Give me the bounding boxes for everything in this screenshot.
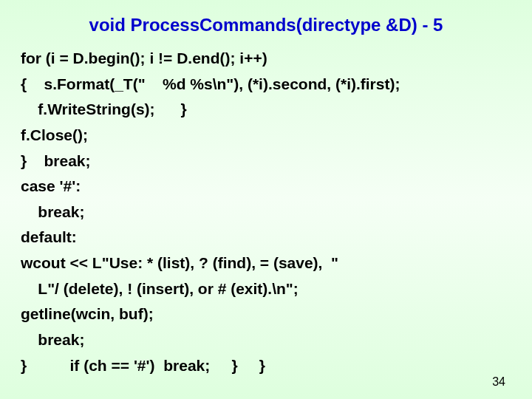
code-line: getline(wcin, buf);	[21, 301, 511, 327]
code-line: } if (ch == '#') break; } }	[21, 353, 511, 379]
page-number: 34	[492, 375, 505, 389]
code-line: f.Close();	[21, 123, 511, 149]
code-line: { s.Format(_T(" %d %s\n"), (*i).second, …	[21, 72, 511, 98]
code-line: L"/ (delete), ! (insert), or # (exit).\n…	[21, 276, 511, 302]
code-line: wcout << L"Use: * (list), ? (find), = (s…	[21, 250, 511, 276]
code-line: break;	[21, 327, 511, 353]
code-line: case '#':	[21, 174, 511, 200]
code-line: for (i = D.begin(); i != D.end(); i++)	[21, 46, 511, 72]
code-line: default:	[21, 225, 511, 250]
slide-title: void ProcessCommands(directype &D) - 5	[21, 15, 511, 35]
code-line: } break;	[21, 149, 511, 174]
code-line: f.WriteString(s); }	[21, 97, 511, 123]
code-line: break;	[21, 200, 511, 225]
